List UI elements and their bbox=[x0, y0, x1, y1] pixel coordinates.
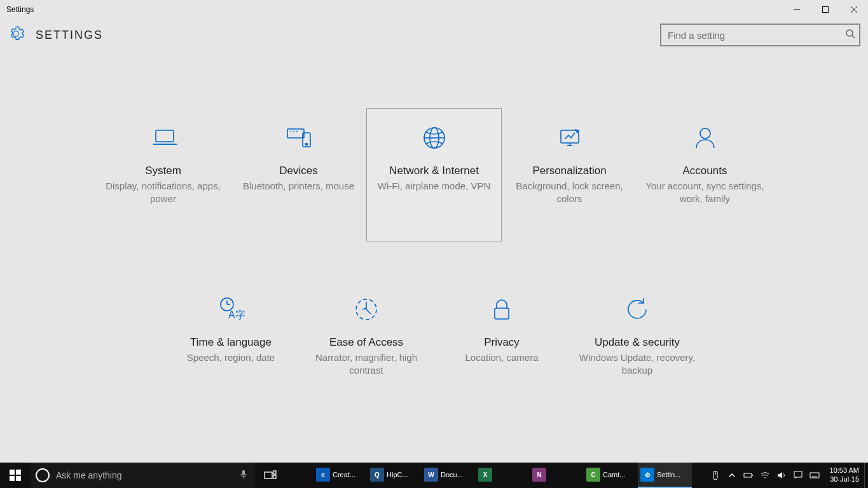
tile-title: Personalization bbox=[532, 165, 606, 177]
search-box[interactable] bbox=[660, 24, 860, 46]
header: SETTINGS bbox=[0, 19, 868, 51]
clock-time: 10:53 AM bbox=[830, 466, 859, 475]
tile-globe[interactable]: Network & InternetWi-Fi, airplane mode, … bbox=[366, 108, 502, 241]
laptop-icon bbox=[149, 120, 177, 156]
devices-icon bbox=[285, 120, 313, 156]
tile-desc: Windows Update, recovery, backup bbox=[575, 351, 699, 377]
action-center-tray-icon[interactable] bbox=[793, 470, 803, 480]
maximize-button[interactable] bbox=[811, 0, 839, 19]
tile-desc: Speech, region, date bbox=[184, 351, 277, 364]
app-label: Creat... bbox=[333, 471, 355, 478]
svg-rect-1 bbox=[822, 7, 828, 13]
tile-desc: Your account, sync settings, work, famil… bbox=[643, 180, 767, 206]
svg-rect-18 bbox=[794, 471, 802, 477]
onenote-app-icon: N bbox=[532, 468, 546, 482]
time-language-icon bbox=[217, 292, 245, 327]
tile-desc: Location, camera bbox=[462, 351, 541, 364]
tile-time-language[interactable]: Time & languageSpeech, region, date bbox=[163, 280, 299, 413]
tile-title: Devices bbox=[279, 165, 317, 177]
tile-desc: Background, lock screen, colors bbox=[507, 180, 631, 206]
svg-rect-14 bbox=[273, 475, 276, 478]
taskbar-app-hip[interactable]: QHipC... bbox=[368, 463, 422, 488]
cortana-placeholder: Ask me anything bbox=[56, 470, 238, 480]
accounts-icon bbox=[691, 120, 719, 156]
taskbar-app-word[interactable]: WDocu... bbox=[422, 463, 476, 488]
taskbar-app-camt[interactable]: CCamt... bbox=[584, 463, 638, 488]
app-label: HipC... bbox=[387, 471, 408, 478]
show-desktop-button[interactable] bbox=[864, 463, 868, 488]
tile-title: Accounts bbox=[683, 165, 727, 177]
edge-app-icon: e bbox=[316, 468, 330, 482]
word-app-icon: W bbox=[424, 468, 438, 482]
app-label: Settin... bbox=[657, 471, 680, 478]
search-icon bbox=[845, 29, 855, 41]
taskbar-app-settings[interactable]: ⚙Settin... bbox=[638, 463, 692, 488]
globe-icon bbox=[420, 120, 448, 156]
minimize-button[interactable] bbox=[782, 0, 811, 19]
svg-rect-6 bbox=[10, 470, 15, 475]
tile-desc: Display, notifications, apps, power bbox=[101, 180, 225, 206]
content: SystemDisplay, notifications, apps, powe… bbox=[0, 51, 868, 463]
wifi-tray-icon bbox=[760, 470, 770, 480]
tile-title: Network & Internet bbox=[389, 165, 479, 177]
svg-rect-13 bbox=[273, 471, 276, 474]
start-button[interactable] bbox=[0, 463, 31, 488]
personalize-icon bbox=[556, 120, 584, 156]
taskbar-app-onenote[interactable]: N bbox=[530, 463, 584, 488]
svg-rect-16 bbox=[744, 473, 752, 477]
task-view-button[interactable] bbox=[255, 463, 286, 488]
tile-laptop[interactable]: SystemDisplay, notifications, apps, powe… bbox=[95, 108, 231, 241]
taskbar-clock[interactable]: 10:53 AM 30-Jul-15 bbox=[825, 463, 864, 488]
svg-rect-7 bbox=[16, 470, 21, 475]
hip-app-icon: Q bbox=[370, 468, 384, 482]
svg-line-5 bbox=[852, 36, 855, 38]
search-input[interactable] bbox=[668, 30, 845, 41]
tile-desc: Bluetooth, printers, mouse bbox=[240, 180, 357, 193]
cortana-icon bbox=[36, 468, 50, 482]
svg-rect-17 bbox=[752, 475, 753, 476]
tile-title: Ease of Access bbox=[329, 336, 403, 349]
tile-personalize[interactable]: PersonalizationBackground, lock screen, … bbox=[502, 108, 637, 241]
svg-rect-8 bbox=[10, 476, 15, 481]
window-title: Settings bbox=[6, 5, 782, 14]
privacy-icon bbox=[488, 292, 516, 327]
excel-app-icon: X bbox=[478, 468, 492, 482]
settings-grid: SystemDisplay, notifications, apps, powe… bbox=[94, 108, 775, 413]
settings-app-icon: ⚙ bbox=[640, 468, 654, 482]
clock-date: 30-Jul-15 bbox=[830, 475, 859, 484]
window-controls bbox=[782, 0, 868, 19]
tile-desc: Wi-Fi, airplane mode, VPN bbox=[375, 180, 493, 193]
cortana-search[interactable]: Ask me anything bbox=[31, 463, 255, 488]
settings-gear-icon bbox=[8, 25, 24, 44]
svg-point-4 bbox=[846, 30, 853, 36]
battery-tray-icon bbox=[743, 470, 754, 480]
tile-desc: Narrator, magnifier, high contrast bbox=[305, 351, 429, 377]
tile-title: System bbox=[145, 165, 181, 177]
tray-arrow-icon[interactable] bbox=[727, 470, 737, 480]
tile-accounts[interactable]: AccountsYour account, sync settings, wor… bbox=[637, 108, 773, 241]
tile-devices[interactable]: DevicesBluetooth, printers, mouse bbox=[231, 108, 366, 241]
app-label: Camt... bbox=[603, 471, 625, 478]
tile-update[interactable]: Update & securityWindows Update, recover… bbox=[570, 280, 705, 413]
update-icon bbox=[623, 292, 651, 327]
taskbar-app-edge[interactable]: eCreat... bbox=[313, 463, 368, 488]
svg-rect-12 bbox=[265, 472, 272, 478]
camt-app-icon: C bbox=[586, 468, 600, 482]
tile-privacy[interactable]: PrivacyLocation, camera bbox=[434, 280, 570, 413]
mouse-tray-icon bbox=[710, 470, 720, 480]
tile-ease-of-access[interactable]: Ease of AccessNarrator, magnifier, high … bbox=[299, 280, 434, 413]
close-button[interactable] bbox=[839, 0, 868, 19]
taskbar-apps: eCreat...QHipC...WDocu...XNCCamt...⚙Sett… bbox=[313, 463, 705, 488]
ease-of-access-icon bbox=[352, 292, 380, 327]
microphone-icon[interactable] bbox=[238, 470, 255, 482]
taskbar-app-excel[interactable]: X bbox=[476, 463, 530, 488]
svg-rect-19 bbox=[810, 473, 819, 478]
keyboard-tray-icon[interactable] bbox=[809, 470, 820, 480]
tile-title: Time & language bbox=[190, 336, 272, 349]
page-title: SETTINGS bbox=[36, 29, 660, 42]
app-label: Docu... bbox=[441, 471, 463, 478]
volume-tray-icon bbox=[776, 470, 787, 480]
tile-title: Privacy bbox=[484, 336, 520, 349]
system-tray[interactable] bbox=[705, 463, 825, 488]
svg-rect-9 bbox=[16, 476, 21, 481]
